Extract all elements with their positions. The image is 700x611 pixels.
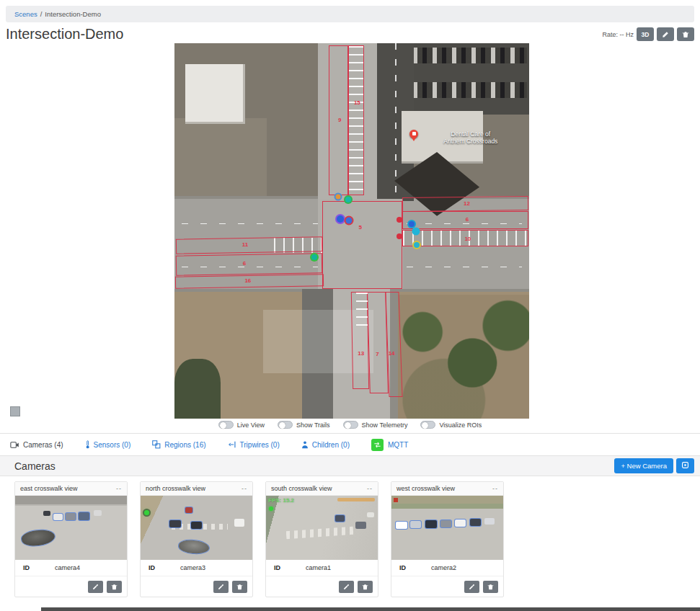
card-menu-button[interactable]: -- bbox=[367, 485, 373, 492]
wrench-icon bbox=[92, 581, 99, 592]
map-parking-lot bbox=[409, 43, 529, 115]
toggle-switch[interactable] bbox=[278, 421, 293, 429]
trash-icon bbox=[236, 581, 243, 592]
person-icon bbox=[301, 441, 309, 449]
mqtt-label: MQTT bbox=[388, 441, 408, 449]
mqtt-status[interactable]: MQTT bbox=[371, 439, 408, 451]
camera-card-list: east crosswalk view -- ID camera4 bbox=[14, 481, 504, 597]
roi-chevrons bbox=[356, 293, 368, 326]
roi-outline bbox=[322, 201, 402, 289]
camera-card-east: east crosswalk view -- ID camera4 bbox=[14, 481, 128, 597]
track-marker bbox=[398, 218, 401, 221]
map-toggle-bar: Live View Show Trails Show Telemetry Vis… bbox=[0, 421, 700, 429]
camera-id-value: camera2 bbox=[431, 564, 456, 571]
edit-camera-button[interactable] bbox=[464, 581, 479, 593]
timestamp-overlay bbox=[337, 498, 375, 501]
divider bbox=[0, 433, 700, 434]
toggle-live-view[interactable]: Live View bbox=[218, 421, 265, 429]
region-label-12: 12 bbox=[464, 200, 470, 206]
sensor-icon bbox=[85, 440, 90, 449]
breadcrumb-scenes-link[interactable]: Scenes bbox=[14, 10, 37, 18]
regions-icon bbox=[152, 440, 161, 449]
toggle-switch[interactable] bbox=[343, 421, 358, 429]
camera-preview[interactable]: FPS: 15.2 bbox=[266, 496, 378, 560]
map-vegetation bbox=[387, 295, 529, 419]
region-label-16: 16 bbox=[244, 277, 251, 284]
region-label-14: 14 bbox=[389, 349, 395, 356]
edit-camera-button[interactable] bbox=[339, 581, 354, 593]
tab-children[interactable]: Children (0) bbox=[301, 441, 350, 449]
toggle-visualize-rois[interactable]: Visualize ROIs bbox=[420, 421, 482, 429]
scene-map[interactable]: Dental Care of Anthem Crossroads 1591161… bbox=[174, 43, 529, 419]
camera-card-title: south crosswalk view bbox=[271, 485, 332, 492]
card-menu-button[interactable]: -- bbox=[492, 485, 498, 492]
region-label-5: 5 bbox=[359, 224, 362, 231]
track-marker bbox=[413, 229, 418, 234]
region-label-7: 7 bbox=[376, 350, 378, 357]
trash-icon bbox=[682, 31, 689, 38]
roi-outline bbox=[176, 237, 322, 255]
camera-card-west: west crosswalk view -- ID camera2 bbox=[391, 481, 504, 597]
fps-overlay: FPS: 15.2 bbox=[268, 497, 294, 504]
trash-icon bbox=[487, 581, 494, 592]
delete-camera-button[interactable] bbox=[232, 581, 247, 593]
camera-preview[interactable] bbox=[15, 496, 127, 560]
toggle-switch[interactable] bbox=[420, 421, 435, 429]
mqtt-transfer-icon bbox=[371, 439, 384, 451]
map-pin-label: Dental Care of Anthem Crossroads bbox=[421, 130, 520, 146]
delete-camera-button[interactable] bbox=[358, 581, 373, 593]
roi-outline bbox=[176, 253, 322, 276]
region-label-6: 6 bbox=[466, 216, 469, 223]
camera-icon bbox=[10, 442, 19, 448]
view-3d-button[interactable]: 3D bbox=[637, 27, 654, 41]
track-marker bbox=[409, 221, 415, 227]
delete-camera-button[interactable] bbox=[483, 581, 498, 593]
status-dot bbox=[269, 507, 273, 511]
delete-camera-button[interactable] bbox=[107, 581, 122, 593]
toggle-switch[interactable] bbox=[218, 421, 234, 429]
track-marker bbox=[311, 254, 317, 260]
tab-cameras[interactable]: Cameras (4) bbox=[10, 441, 63, 449]
entity-tabs: Cameras (4) Sensors (0) Regions (16) Tri… bbox=[10, 437, 408, 452]
toggle-show-telemetry[interactable]: Show Telemetry bbox=[343, 421, 408, 429]
track-marker bbox=[345, 197, 351, 202]
pencil-icon bbox=[662, 31, 669, 38]
region-label-11: 11 bbox=[242, 241, 248, 248]
card-menu-button[interactable]: -- bbox=[242, 485, 247, 492]
tripwire-icon bbox=[228, 441, 236, 448]
delete-scene-button[interactable] bbox=[677, 27, 694, 41]
grid-view-button[interactable] bbox=[676, 458, 694, 473]
trash-icon bbox=[362, 581, 368, 592]
track-marker bbox=[414, 242, 420, 248]
camera-id-value: camera4 bbox=[55, 564, 80, 571]
map-pin-icon bbox=[409, 130, 418, 138]
camera-preview[interactable] bbox=[141, 496, 252, 560]
traffic-light-icon bbox=[144, 510, 149, 515]
region-label-10: 10 bbox=[464, 235, 471, 241]
edit-scene-button[interactable] bbox=[657, 27, 674, 41]
toggle-show-trails[interactable]: Show Trails bbox=[278, 421, 330, 429]
frame-icon bbox=[681, 460, 689, 471]
region-label-15: 15 bbox=[354, 99, 360, 106]
camera-card-south: south crosswalk view -- FPS: 15.2 ID cam… bbox=[265, 481, 378, 597]
edit-camera-button[interactable] bbox=[213, 581, 229, 593]
card-menu-button[interactable]: -- bbox=[116, 485, 122, 492]
map-corner-handle[interactable] bbox=[10, 406, 20, 416]
scene-page: Scenes / Intersection-Demo Intersection-… bbox=[0, 0, 700, 611]
camera-card-title: west crosswalk view bbox=[396, 485, 455, 492]
track-marker bbox=[398, 235, 401, 238]
new-camera-button[interactable]: + New Camera bbox=[614, 458, 673, 473]
tab-regions[interactable]: Regions (16) bbox=[152, 440, 205, 449]
id-label: ID bbox=[23, 564, 55, 571]
breadcrumb-current: Intersection-Demo bbox=[45, 10, 101, 18]
region-label-9: 9 bbox=[338, 117, 341, 123]
camera-card-north: north crosswalk view -- ID camera3 bbox=[140, 481, 253, 597]
tab-sensors[interactable]: Sensors (0) bbox=[85, 440, 131, 449]
map-building bbox=[185, 64, 246, 124]
breadcrumb-separator: / bbox=[40, 10, 43, 18]
tab-tripwires[interactable]: Tripwires (0) bbox=[228, 441, 280, 449]
camera-preview[interactable] bbox=[391, 496, 503, 560]
edit-camera-button[interactable] bbox=[88, 581, 103, 593]
camera-id-value: camera3 bbox=[180, 564, 205, 571]
trash-icon bbox=[111, 581, 118, 592]
